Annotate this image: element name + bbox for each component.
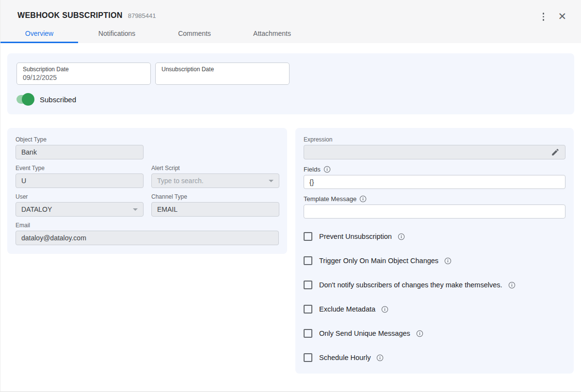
- template-message-input[interactable]: [304, 204, 565, 219]
- email-field: dataloy@dataloy.com: [16, 231, 279, 245]
- fields-input[interactable]: {}: [304, 175, 565, 189]
- tab-attachments[interactable]: Attachments: [233, 26, 311, 43]
- info-icon[interactable]: [416, 330, 423, 337]
- kebab-menu-icon[interactable]: [541, 11, 547, 23]
- template-message-label: Template Message: [304, 196, 356, 203]
- user-select[interactable]: DATALOY: [16, 202, 144, 217]
- tab-notifications[interactable]: Notifications: [78, 26, 156, 43]
- checkbox-row: Schedule Hourly: [304, 353, 565, 362]
- template-message-info-icon[interactable]: [359, 195, 367, 203]
- checkbox-row: Trigger Only On Main Object Changes: [304, 256, 565, 265]
- subscription-date-label: Subscription Date: [23, 66, 145, 73]
- subscription-date-value: 09/12/2025: [23, 73, 145, 82]
- unsubscription-date-value: [161, 73, 283, 82]
- event-type-field: U: [16, 173, 144, 188]
- webhook-subscription-dialog: { "header": { "title": "WEBHOOK SUBSCRIP…: [0, 0, 581, 392]
- expression-panel: Expression Fields {}: [295, 128, 574, 374]
- unsubscription-date-label: Unsubscription Date: [161, 66, 283, 73]
- close-icon[interactable]: ✕: [558, 12, 566, 21]
- exclude-metadata-checkbox[interactable]: [304, 305, 312, 314]
- unique-messages-checkbox[interactable]: [304, 329, 312, 338]
- edit-pencil-icon[interactable]: [551, 148, 560, 157]
- dont-notify-self-checkbox[interactable]: [304, 281, 312, 289]
- overview-tab-content: Subscription Date 09/12/2025 Unsubscript…: [0, 43, 581, 374]
- checkbox-row: Prevent Unsubscription: [304, 232, 565, 241]
- expression-label: Expression: [304, 136, 565, 143]
- trigger-main-object-checkbox[interactable]: [304, 256, 312, 265]
- subscription-date-field[interactable]: Subscription Date 09/12/2025: [16, 63, 151, 85]
- object-type-field: Bank: [16, 145, 144, 159]
- unsubscription-date-field[interactable]: Unsubscription Date: [155, 63, 290, 85]
- chevron-down-icon: [133, 208, 138, 211]
- dialog-header: WEBHOOK SUBSCRIPTION 87985441 ✕ Overview…: [0, 0, 581, 43]
- checkbox-row: Only Send Unique Messages: [304, 329, 565, 338]
- checkbox-row: Don't notify subscribers of changes they…: [304, 281, 565, 289]
- info-icon[interactable]: [444, 257, 452, 265]
- info-icon[interactable]: [376, 354, 384, 361]
- fields-label: Fields: [304, 166, 321, 173]
- checkbox-row: Exclude Metadata: [304, 305, 565, 314]
- info-icon[interactable]: [508, 282, 516, 289]
- subscribed-toggle[interactable]: [16, 94, 33, 104]
- prevent-unsubscription-checkbox[interactable]: [304, 232, 312, 241]
- expression-field: [304, 145, 565, 159]
- fields-info-icon[interactable]: [323, 166, 331, 173]
- tab-bar: Overview Notifications Comments Attachme…: [0, 26, 311, 43]
- info-icon[interactable]: [381, 306, 388, 313]
- alert-script-label: Alert Script: [151, 165, 279, 172]
- alert-script-placeholder: Type to search.: [157, 177, 204, 185]
- title-row: WEBHOOK SUBSCRIPTION 87985441: [0, 0, 581, 20]
- schedule-hourly-checkbox[interactable]: [304, 353, 312, 362]
- subscription-panel: Subscription Date 09/12/2025 Unsubscript…: [7, 53, 574, 114]
- email-label: Email: [16, 222, 279, 229]
- user-label: User: [16, 193, 144, 200]
- alert-script-select[interactable]: Type to search.: [151, 173, 279, 188]
- page-title: WEBHOOK SUBSCRIPTION: [17, 11, 123, 20]
- details-panel: Object Type Bank Event Type U Alert Scri…: [7, 128, 287, 254]
- subscribed-toggle-label: Subscribed: [40, 95, 76, 104]
- chevron-down-icon: [269, 180, 274, 182]
- event-type-label: Event Type: [16, 165, 144, 172]
- object-type-label: Object Type: [16, 136, 144, 143]
- channel-type-label: Channel Type: [151, 193, 279, 200]
- record-id: 87985441: [128, 12, 156, 19]
- tab-comments[interactable]: Comments: [156, 26, 233, 43]
- tab-overview[interactable]: Overview: [0, 26, 78, 43]
- info-icon[interactable]: [398, 233, 405, 240]
- channel-type-field: EMAIL: [151, 202, 279, 217]
